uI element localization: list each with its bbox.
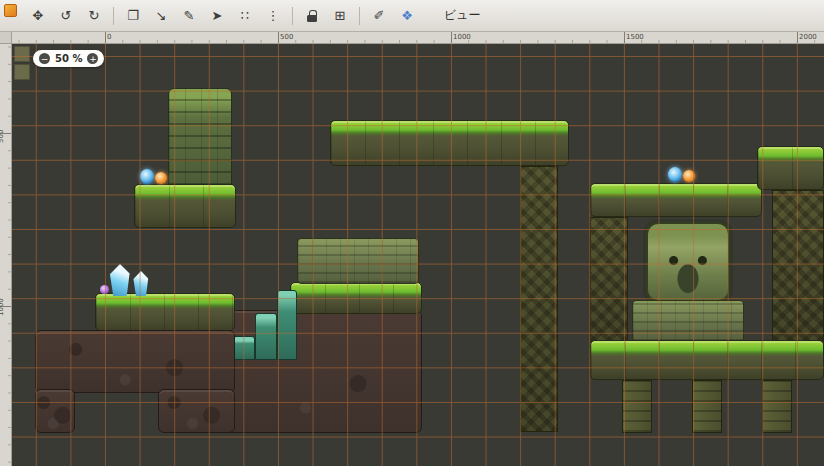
ruler-tick-label: 1500 [624, 33, 644, 41]
stair-step-3 [277, 290, 297, 360]
ruler-tick-label: 1000 [0, 298, 5, 316]
zoom-control: − 50 % + [33, 50, 104, 67]
statue-head [646, 222, 730, 302]
rotate-cw-tool-icon: ↻ [89, 9, 100, 22]
zoom-in-button[interactable]: + [87, 53, 98, 64]
altar-block [297, 238, 419, 284]
dirt-left-leg-b [158, 389, 235, 433]
toolbar-items: ✥↺↻❐↘✎➤∷⋮⊞✐❖ [25, 3, 420, 29]
top-platform [330, 120, 569, 166]
dirt-left-leg-a [35, 389, 75, 433]
toolbar-separator [292, 7, 293, 25]
lock-tool-icon [307, 15, 317, 22]
crystal-1 [108, 264, 132, 296]
connector-tool-icon: ✐ [374, 9, 385, 22]
far-right-column [772, 190, 824, 342]
stamp-tool[interactable]: ✎ [176, 3, 202, 29]
connector-tool[interactable]: ✐ [366, 3, 392, 29]
toolbar-separator [113, 7, 114, 25]
right-platform [590, 183, 762, 217]
palette-tool-icon: ❖ [401, 9, 413, 22]
more-options-icon: ⋮ [267, 9, 280, 22]
pillar-1 [622, 380, 652, 433]
gem-orange-1 [155, 172, 167, 184]
more-options[interactable]: ⋮ [260, 3, 286, 29]
map-canvas[interactable]: − 50 % + [12, 44, 824, 466]
snap-tool-icon: ↘ [156, 9, 167, 22]
transform-tool-icon: ⊞ [335, 9, 346, 22]
select-tool-icon: ➤ [212, 9, 223, 22]
bottom-right-platform [590, 340, 824, 380]
ruler-vertical: 5001000 [0, 44, 12, 466]
far-right-platform [757, 146, 824, 190]
gem-purple-1 [100, 285, 109, 294]
pillar-2 [692, 380, 722, 433]
snap-tool[interactable]: ↘ [148, 3, 174, 29]
stair-step-2 [255, 313, 277, 360]
gem-orange-2 [683, 170, 695, 182]
palette-tool[interactable]: ❖ [394, 3, 420, 29]
ruler-tick-label: 500 [278, 33, 293, 41]
dirt-mid [210, 310, 422, 433]
select-tool[interactable]: ➤ [204, 3, 230, 29]
toolbar: ✥↺↻❐↘✎➤∷⋮⊞✐❖ ビュー [0, 0, 824, 32]
origin-tile-a [14, 46, 30, 62]
statue-base [632, 300, 744, 342]
same-tile-tool-icon: ∷ [241, 9, 249, 22]
flip-tool[interactable]: ❐ [120, 3, 146, 29]
tilemap-editor-window: ✥↺↻❐↘✎➤∷⋮⊞✐❖ ビュー 0500100015002000 500100… [0, 0, 824, 466]
ruler-tick-label: 500 [0, 130, 5, 143]
stair-step-1 [233, 336, 255, 360]
left-platform [95, 293, 235, 331]
same-tile-tool[interactable]: ∷ [232, 3, 258, 29]
zoom-level: 50 % [55, 53, 82, 64]
ruler-horizontal: 0500100015002000 [12, 32, 824, 44]
ruler-tick-label: 2000 [797, 33, 817, 41]
origin-tile-b [14, 64, 30, 80]
dirt-left [35, 330, 235, 393]
view-menu-button[interactable]: ビュー [432, 3, 493, 29]
mossy-tower [168, 88, 232, 186]
gem-blue-1 [140, 169, 154, 184]
pillar-3 [762, 380, 792, 433]
rotate-ccw-tool[interactable]: ↺ [53, 3, 79, 29]
transform-tool[interactable]: ⊞ [327, 3, 353, 29]
tower-platform [134, 184, 236, 228]
move-tool[interactable]: ✥ [25, 3, 51, 29]
toolbar-separator [359, 7, 360, 25]
zoom-out-button[interactable]: − [39, 53, 50, 64]
ruler-corner [0, 32, 12, 44]
rotate-ccw-tool-icon: ↺ [61, 9, 72, 22]
flip-tool-icon: ❐ [127, 9, 139, 22]
ruler-tick-label: 0 [105, 33, 111, 41]
gem-blue-2 [668, 167, 682, 182]
app-icon[interactable] [4, 4, 17, 17]
mid-column [520, 166, 558, 432]
move-tool-icon: ✥ [33, 9, 44, 22]
lock-tool[interactable] [299, 3, 325, 29]
ruler-tick-label: 1000 [451, 33, 471, 41]
altar-platform [290, 282, 422, 314]
stamp-tool-icon: ✎ [184, 9, 195, 22]
rotate-cw-tool[interactable]: ↻ [81, 3, 107, 29]
canvas-objects [12, 44, 824, 466]
right-sub-column [590, 217, 628, 342]
